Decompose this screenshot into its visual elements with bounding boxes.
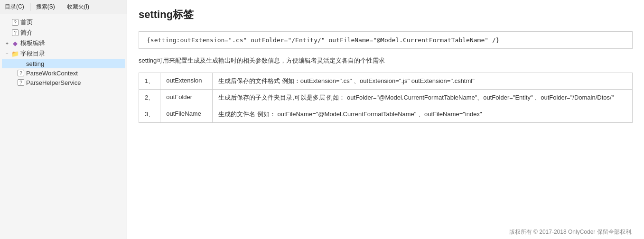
page-title: setting标签 [139, 8, 633, 22]
param-desc: 生成后保存的文件格式 例如：outExtension=".cs" 、outExt… [213, 73, 633, 90]
sidebar-label-parseworkcontext: ParseWorkContext [26, 70, 78, 77]
table-row: 3、 outFileName 生成的文件名 例如： outFileName="@… [139, 106, 633, 123]
toolbar-sep-1 [30, 3, 30, 11]
table-row: 1、 outExtension 生成后保存的文件格式 例如：outExtensi… [139, 73, 633, 90]
param-num: 1、 [139, 73, 160, 90]
toolbar-search[interactable]: 搜索(S) [34, 2, 57, 12]
expand-spacer-pwc [9, 70, 16, 76]
expand-spacer-home [4, 19, 10, 26]
params-table: 1、 outExtension 生成后保存的文件格式 例如：outExtensi… [139, 73, 633, 123]
toolbar-menu[interactable]: 目录(C) [3, 2, 26, 12]
sidebar: 目录(C) 搜索(S) 收藏夹(I) ? 首页 ? 简介 + ◆ 模板编辑 − … [0, 0, 127, 239]
sidebar-item-parsehelperservice[interactable]: ? ParseHelperService [2, 78, 125, 87]
description-text: setting可用来配置生成及生成输出时的相关参数信息，方便编辑者灵活定义各自的… [139, 56, 633, 65]
main-panel: setting标签 {setting:outExtension=".cs" ou… [127, 0, 644, 239]
footer: 版权所有 © 2017-2018 OnlyCoder 保留全部权利. [127, 225, 644, 239]
fields-folder-icon: 📁 [11, 50, 19, 57]
sidebar-label-setting: setting [26, 60, 44, 67]
home-icon: ? [11, 18, 19, 26]
sidebar-item-intro[interactable]: ? 简介 [2, 28, 125, 38]
expand-fields[interactable]: − [4, 50, 10, 57]
param-desc: 生成的文件名 例如： outFileName="@Model.CurrentFo… [213, 106, 633, 123]
param-num: 3、 [139, 106, 160, 123]
sidebar-item-parseworkcontext[interactable]: ? ParseWorkContext [2, 68, 125, 78]
param-name: outFileName [160, 106, 213, 123]
expand-spacer-phs [9, 79, 16, 86]
sidebar-label-template-edit: 模板编辑 [20, 39, 45, 47]
intro-icon: ? [11, 29, 19, 37]
toolbar-favorites[interactable]: 收藏夹(I) [65, 2, 91, 12]
sidebar-label-parsehelperservice: ParseHelperService [26, 79, 81, 86]
setting-icon [17, 60, 25, 67]
sidebar-item-home[interactable]: ? 首页 [2, 17, 125, 28]
sidebar-tree: ? 首页 ? 简介 + ◆ 模板编辑 − 📁 字段目录 setting [0, 14, 127, 239]
expand-template[interactable]: + [4, 40, 10, 46]
param-desc: 生成后保存的子文件夹目录,可以是多层 例如： outFolder="@Model… [213, 90, 633, 106]
sidebar-toolbar: 目录(C) 搜索(S) 收藏夹(I) [0, 0, 127, 14]
sidebar-item-template-edit[interactable]: + ◆ 模板编辑 [2, 38, 125, 48]
expand-spacer-intro [4, 29, 10, 36]
expand-spacer-setting [9, 60, 16, 67]
param-name: outFolder [160, 90, 213, 106]
sidebar-label-home: 首页 [20, 18, 33, 27]
sidebar-label-intro: 简介 [20, 28, 33, 37]
param-name: outExtension [160, 73, 213, 90]
code-example: {setting:outExtension=".cs" outFolder="/… [139, 31, 633, 49]
sidebar-label-fields-dir: 字段目录 [20, 49, 45, 58]
phs-icon: ? [17, 79, 25, 86]
sidebar-item-setting[interactable]: setting [2, 59, 125, 68]
pwc-icon: ? [17, 69, 25, 77]
param-num: 2、 [139, 90, 160, 106]
main-content: setting标签 {setting:outExtension=".cs" ou… [127, 0, 644, 225]
toolbar-sep-2 [61, 3, 61, 11]
table-row: 2、 outFolder 生成后保存的子文件夹目录,可以是多层 例如： outF… [139, 90, 633, 106]
sidebar-item-fields-dir[interactable]: − 📁 字段目录 [2, 48, 125, 59]
template-folder-icon: ◆ [11, 39, 19, 47]
